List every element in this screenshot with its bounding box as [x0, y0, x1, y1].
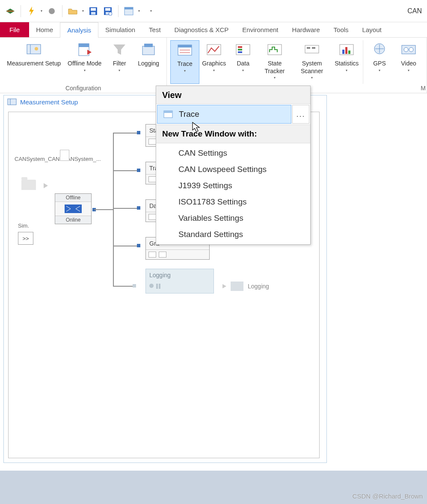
tab-home[interactable]: Home	[29, 22, 60, 38]
filter-button[interactable]: Filter ▾	[105, 40, 134, 84]
offline-label: Offline	[55, 194, 91, 202]
svg-point-10	[109, 12, 112, 15]
popup-option-standard[interactable]: Standard Settings	[156, 226, 310, 243]
system-scanner-button[interactable]: System Scanner ▾	[292, 40, 332, 84]
svg-rect-6	[91, 12, 95, 15]
tab-file[interactable]: File	[0, 22, 29, 38]
graphics-button[interactable]: Graphics ▾	[199, 40, 228, 84]
svg-rect-8	[105, 8, 110, 11]
popup-option-can-settings[interactable]: CAN Settings	[156, 145, 310, 161]
popup-option-iso11783[interactable]: ISO11783 Settings	[156, 194, 310, 210]
save-icon[interactable]	[87, 5, 99, 17]
svg-rect-27	[238, 46, 242, 48]
arrow-icon	[222, 284, 226, 288]
popup-item-label: Trace	[179, 110, 199, 119]
tab-environment[interactable]: Environment	[235, 22, 285, 38]
svg-rect-46	[164, 111, 172, 113]
svg-rect-44	[65, 205, 82, 213]
dropdown-icon: ▾	[242, 68, 244, 73]
measurement-setup-button[interactable]: Measurement Setup	[3, 40, 64, 84]
dropdown-icon: ▾	[184, 69, 186, 73]
button-label: GPS	[373, 60, 386, 68]
svg-rect-29	[238, 51, 242, 53]
logging-output: Logging	[222, 282, 269, 291]
ribbon-group-label: Configuration	[0, 84, 166, 93]
tab-analysis[interactable]: Analysis	[60, 22, 98, 38]
setup-icon	[7, 98, 17, 106]
dropdown-icon: ▾	[84, 68, 86, 73]
svg-rect-20	[144, 44, 153, 47]
popup-option-can-lowspeed[interactable]: CAN Lowspeed Settings	[156, 161, 310, 178]
svg-rect-13	[27, 44, 41, 54]
dropdown-icon[interactable]: ▾	[40, 7, 43, 15]
lightning-icon[interactable]	[25, 5, 37, 17]
tab-test[interactable]: Test	[142, 22, 168, 38]
customize-qat-icon[interactable]: ▾	[149, 7, 153, 15]
button-label: Trace	[178, 60, 193, 68]
video-button[interactable]: Video ▾	[394, 40, 423, 84]
svg-rect-42	[8, 99, 16, 105]
dropdown-icon: ▾	[346, 68, 347, 73]
dropdown-icon[interactable]: ▾	[137, 7, 141, 15]
popup-more-button[interactable]: ...	[292, 105, 309, 124]
button-label: Video	[401, 60, 416, 68]
arrow-icon	[44, 183, 48, 188]
folder-icon	[231, 282, 243, 291]
svg-rect-35	[342, 50, 344, 54]
ribbon-group-main: Trace ▾ Graphics ▾ Data ▾ State Tracker …	[167, 38, 427, 93]
record-icon[interactable]	[46, 5, 58, 17]
save-as-icon[interactable]	[102, 5, 114, 17]
window-icon[interactable]	[123, 5, 135, 17]
sim-label: Sim.	[18, 222, 29, 229]
svg-rect-28	[238, 49, 242, 50]
quick-access-toolbar: ▾ ▾ ▾ ▾ CAN	[0, 0, 427, 22]
tab-diagnostics[interactable]: Diagnostics & XCP	[168, 22, 236, 38]
dropdown-icon: ▾	[408, 68, 409, 73]
offline-online-block[interactable]: Offline Online	[55, 193, 92, 224]
logging-button[interactable]: Logging	[134, 40, 163, 84]
data-button[interactable]: Data ▾	[228, 40, 258, 84]
online-label: Online	[55, 216, 91, 224]
open-folder-icon[interactable]	[67, 5, 79, 17]
button-label: Measurement Setup	[7, 60, 61, 68]
button-label: Data	[237, 60, 249, 68]
tab-hardware[interactable]: Hardware	[285, 22, 327, 38]
state-tracker-button[interactable]: State Tracker ▾	[258, 40, 292, 84]
diagram-node-logging[interactable]: Logging	[145, 269, 214, 294]
svg-point-15	[35, 47, 38, 50]
dropdown-icon: ▾	[379, 68, 380, 73]
statistics-button[interactable]: Statistics ▾	[332, 40, 361, 84]
gps-button[interactable]: GPS ▾	[365, 40, 394, 84]
tab-bar: File Home Analysis Simulation Test Diagn…	[0, 22, 427, 38]
dropdown-icon: ▾	[311, 76, 313, 80]
button-label: System Scanner	[295, 60, 329, 75]
popup-item-trace[interactable]: Trace	[157, 105, 291, 124]
popup-option-j1939[interactable]: J1939 Settings	[156, 178, 310, 194]
svg-point-40	[404, 47, 408, 52]
tab-simulation[interactable]: Simulation	[98, 22, 142, 38]
dropdown-icon[interactable]: ▾	[81, 7, 85, 15]
can-system-label: CANSystem_CAN1CANSystem_...	[15, 156, 62, 163]
button-label: State Tracker	[261, 60, 288, 75]
svg-rect-5	[91, 8, 96, 11]
popup-option-variables[interactable]: Variables Settings	[156, 210, 310, 226]
app-logo-icon[interactable]	[4, 5, 16, 17]
dropdown-icon: ▾	[119, 68, 120, 73]
sim-box[interactable]: >>	[18, 232, 33, 245]
svg-rect-33	[312, 47, 315, 49]
popup-section-view: View	[156, 86, 310, 104]
button-label: Statistics	[335, 60, 359, 68]
pause-icon	[156, 284, 160, 289]
tab-tools[interactable]: Tools	[327, 22, 356, 38]
svg-rect-22	[178, 45, 192, 47]
svg-point-3	[49, 8, 55, 14]
dropdown-icon: ▾	[213, 68, 215, 73]
svg-rect-19	[142, 46, 154, 55]
node-title: Logging	[146, 269, 214, 281]
record-dot-icon	[149, 284, 154, 288]
offline-mode-button[interactable]: Offline Mode ▾	[64, 40, 105, 84]
tab-layout[interactable]: Layout	[356, 22, 388, 38]
trace-button[interactable]: Trace ▾	[170, 40, 199, 84]
ribbon: Measurement Setup Offline Mode ▾ Filter …	[0, 38, 427, 93]
svg-rect-31	[305, 45, 319, 53]
